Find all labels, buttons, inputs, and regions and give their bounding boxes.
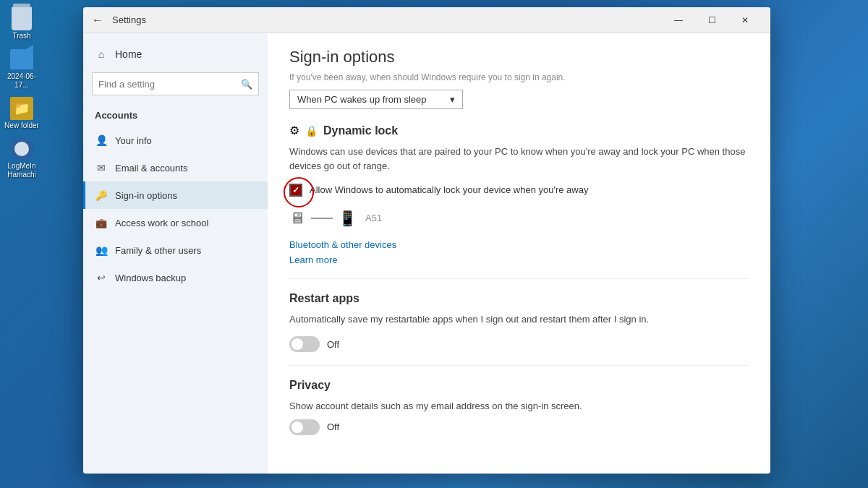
family-icon: 👥 [95, 244, 108, 257]
main-content: Sign-in options If you've been away, whe… [268, 33, 770, 474]
desktop-icon-folder[interactable]: 📁 New folder [2, 97, 42, 130]
sidebar-section-title: Accounts [83, 104, 268, 127]
sidebar-home-label: Home [115, 48, 142, 60]
page-title: Sign-in options [289, 48, 749, 67]
dynamic-lock-icon2: 🔒 [305, 125, 318, 137]
desktop-icon-trash-label: Trash [12, 32, 30, 40]
learn-more-link[interactable]: Learn more [289, 254, 749, 265]
maximize-button[interactable]: ☐ [695, 7, 728, 33]
dynamic-lock-icon: ⚙ [289, 124, 299, 137]
sidebar-item-sign-in-options[interactable]: 🔑 Sign-in options [83, 181, 268, 209]
sleep-dropdown-arrow: ▾ [450, 94, 455, 105]
window-body: ⌂ Home 🔍 Accounts 👤 Your info ✉ Email & … [83, 33, 770, 474]
device-name-label: A51 [365, 213, 382, 223]
sidebar: ⌂ Home 🔍 Accounts 👤 Your info ✉ Email & … [83, 33, 268, 474]
home-icon: ⌂ [95, 48, 108, 61]
sidebar-item-windows-backup[interactable]: ↩ Windows backup [83, 264, 268, 291]
restart-apps-header: Restart apps [289, 292, 749, 305]
sidebar-item-access-work[interactable]: 💼 Access work or school [83, 209, 268, 236]
dynamic-lock-checkbox[interactable]: ✓ [289, 184, 302, 197]
bluetooth-link[interactable]: Bluetooth & other devices [289, 239, 749, 250]
settings-window: ← Settings — ☐ ✕ ⌂ Home 🔍 Accounts 👤 [83, 7, 770, 474]
search-icon: 🔍 [241, 79, 252, 90]
desktop-icon-file[interactable]: 2024-06-17... [2, 48, 42, 90]
privacy-toggle-thumb [292, 421, 303, 433]
dynamic-lock-checkbox-row: ✓ Allow Windows to automatically lock yo… [289, 183, 749, 197]
sidebar-search-container: 🔍 [92, 72, 259, 95]
desktop-icon-trash[interactable]: Trash [2, 7, 42, 40]
dynamic-lock-heading: Dynamic lock [323, 124, 398, 137]
desktop-icon-folder-label: New folder [4, 121, 39, 130]
dynamic-lock-desc: Windows can use devices that are paired … [289, 145, 749, 173]
phone-icon: 📱 [339, 210, 357, 227]
sidebar-your-info-label: Your info [115, 135, 152, 146]
sidebar-family-label: Family & other users [115, 245, 201, 256]
dynamic-lock-checkbox-label: Allow Windows to automatically lock your… [310, 183, 588, 197]
window-title: Settings [112, 14, 662, 25]
checkbox-check-mark: ✓ [292, 185, 299, 195]
backup-icon: ↩ [95, 271, 108, 284]
sleep-dropdown[interactable]: When PC wakes up from sleep ▾ [289, 90, 463, 109]
laptop-icon: 🖥 [289, 209, 305, 228]
divider-1 [289, 278, 749, 279]
restart-apps-heading: Restart apps [289, 292, 359, 305]
desktop-icon-logmein[interactable]: LogMeIn Hamachi [2, 137, 42, 179]
window-controls: — ☐ ✕ [662, 7, 762, 33]
sidebar-item-email-accounts[interactable]: ✉ Email & accounts [83, 154, 268, 181]
privacy-toggle-row: Off [289, 419, 749, 435]
restart-apps-desc: Automatically save my restartable apps w… [289, 312, 749, 327]
your-info-icon: 👤 [95, 134, 108, 147]
search-input[interactable] [98, 79, 241, 90]
work-icon: 💼 [95, 216, 108, 229]
privacy-toggle-label: Off [327, 421, 339, 432]
sidebar-item-home[interactable]: ⌂ Home [83, 40, 268, 68]
sidebar-email-label: Email & accounts [115, 163, 187, 174]
sleep-dropdown-value: When PC wakes up from sleep [297, 94, 426, 105]
privacy-heading: Privacy [289, 379, 331, 392]
sleep-subtitle: If you've been away, when should Windows… [289, 72, 749, 82]
email-icon: ✉ [95, 161, 108, 174]
sidebar-item-your-info[interactable]: 👤 Your info [83, 127, 268, 154]
sidebar-sign-in-label: Sign-in options [115, 190, 177, 201]
restart-apps-toggle-label: Off [327, 339, 339, 350]
dynamic-lock-header: ⚙ 🔒 Dynamic lock [289, 124, 749, 137]
sidebar-item-family-users[interactable]: 👥 Family & other users [83, 236, 268, 264]
back-button[interactable]: ← [92, 14, 103, 27]
sidebar-backup-label: Windows backup [115, 273, 186, 283]
divider-2 [289, 365, 749, 366]
device-connection-row: 🖥 📱 A51 [289, 209, 749, 228]
close-button[interactable]: ✕ [728, 7, 762, 33]
desktop-icon-file-label: 2024-06-17... [2, 72, 42, 90]
restart-apps-toggle[interactable] [289, 336, 320, 352]
privacy-toggle[interactable] [289, 419, 320, 435]
privacy-desc: Show account details such as my email ad… [289, 399, 749, 414]
desktop-icons-container: Trash 2024-06-17... 📁 New folder LogMeIn… [0, 0, 43, 488]
title-bar: ← Settings — ☐ ✕ [83, 7, 770, 33]
sign-in-icon: 🔑 [95, 189, 108, 202]
restart-apps-toggle-row: Off [289, 336, 749, 352]
privacy-header: Privacy [289, 379, 749, 392]
restart-apps-toggle-thumb [292, 338, 303, 350]
device-connection-line [311, 218, 333, 219]
desktop-icon-logmein-label: LogMeIn Hamachi [2, 162, 42, 179]
sidebar-access-work-label: Access work or school [115, 218, 208, 228]
minimize-button[interactable]: — [662, 7, 695, 33]
